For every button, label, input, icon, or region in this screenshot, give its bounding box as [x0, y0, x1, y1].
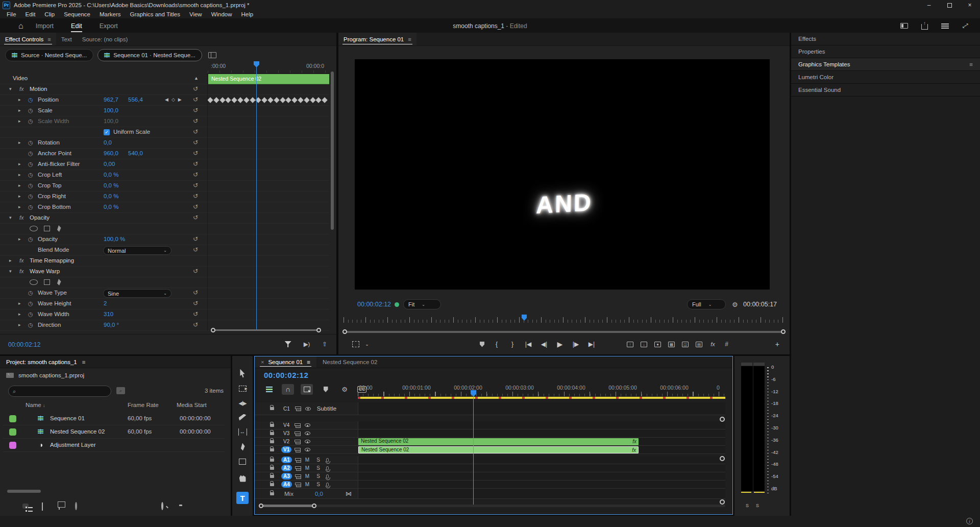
column-header-name[interactable]: Name ↓	[26, 402, 45, 408]
panel-header-properties[interactable]: Properties	[791, 45, 980, 58]
stopwatch-icon[interactable]: ◷	[28, 150, 33, 157]
nest-as-sequence-icon[interactable]	[263, 384, 275, 395]
lock-icon[interactable]	[270, 440, 274, 443]
freeform-view-icon[interactable]	[51, 503, 67, 509]
solo-left-button[interactable]: S	[746, 503, 749, 508]
timeline-clip[interactable]: Nested Sequence 02fx	[358, 446, 639, 453]
source-patch-icon[interactable]	[295, 440, 300, 444]
effect-controls-scrollbar[interactable]	[331, 71, 334, 230]
keyframe-icon[interactable]	[262, 97, 267, 103]
keyframe-icon[interactable]	[243, 97, 249, 103]
panel-menu-icon[interactable]: ≡	[82, 359, 86, 365]
breadcrumb[interactable]: smooth captions_1.prproj	[18, 372, 84, 378]
param-value[interactable]: 0,0 %	[104, 204, 118, 210]
mix-value[interactable]: 0,0	[315, 491, 323, 497]
panel-menu-icon[interactable]: ≡	[969, 61, 973, 67]
source-patch-icon[interactable]	[295, 458, 300, 462]
playback-resolution-dropdown[interactable]: Full⌄	[687, 299, 726, 309]
column-header-media-start[interactable]: Media Start	[177, 402, 207, 408]
effect-controls-mini-ruler[interactable]: :00:0000:00:0	[208, 61, 329, 74]
keyframe-icon[interactable]	[322, 97, 328, 103]
reset-icon[interactable]: ↺	[193, 321, 198, 328]
navigate-up-icon[interactable]	[6, 373, 14, 378]
audio-track-a2[interactable]: A2MS	[255, 464, 725, 472]
pen-tool[interactable]	[236, 441, 249, 453]
audio-track-a4[interactable]: A4MS	[255, 481, 725, 489]
reset-icon[interactable]: ↺	[193, 300, 198, 307]
menu-sequence[interactable]: Sequence	[59, 11, 95, 17]
track-resize-handle[interactable]	[720, 456, 725, 461]
solo-button[interactable]: S	[316, 465, 320, 471]
share-icon[interactable]	[921, 24, 928, 30]
chevron-right-icon[interactable]: ▸	[18, 108, 21, 113]
lock-icon[interactable]	[270, 492, 274, 495]
track-badge-a4[interactable]: A4	[281, 481, 292, 488]
reset-icon[interactable]: ↺	[193, 128, 198, 135]
ripple-edit-tool[interactable]: ◀|▶	[236, 397, 249, 409]
step-back-icon[interactable]: ◀|	[541, 341, 548, 348]
program-time-ruler[interactable]	[344, 315, 785, 323]
export-icon[interactable]: ⇧	[322, 341, 327, 348]
tab-effect-controls[interactable]: Effect Controls≡	[0, 33, 56, 45]
mark-in-icon[interactable]: {	[493, 341, 500, 348]
video-track-v4[interactable]: V4	[255, 421, 725, 429]
video-track-v2[interactable]: V2Nested Sequence 02fx	[255, 438, 725, 446]
chevron-right-icon[interactable]: ▸	[18, 183, 21, 188]
fx-badge-icon[interactable]: fx	[709, 342, 716, 347]
menu-help[interactable]: Help	[237, 11, 258, 17]
track-visibility-icon[interactable]	[305, 423, 310, 427]
reset-icon[interactable]: ↺	[193, 214, 198, 221]
track-visibility-icon[interactable]	[305, 448, 310, 451]
program-scrollbar[interactable]	[342, 329, 786, 334]
dropdown-wave-type[interactable]: Sine⌄	[103, 289, 172, 298]
chevron-right-icon[interactable]: ▸	[18, 97, 21, 102]
stopwatch-icon[interactable]: ◷	[28, 182, 33, 189]
add-marker-icon[interactable]	[480, 342, 484, 347]
ellipse-mask-icon[interactable]	[30, 226, 38, 231]
menu-clip[interactable]: Clip	[40, 11, 59, 17]
program-zoom-left-handle[interactable]	[342, 329, 347, 334]
chevron-down-icon[interactable]: ▾	[9, 215, 12, 220]
keyframe-icon[interactable]	[316, 97, 322, 103]
selection-tool[interactable]	[236, 367, 249, 379]
rectangle-mask-icon[interactable]	[44, 279, 50, 285]
keyframe-icon[interactable]	[208, 97, 213, 103]
slip-tool[interactable]: ↔	[236, 426, 249, 438]
keyframe-toggle-icon[interactable]: ⋈	[346, 490, 352, 497]
source-monitor-button[interactable]: Source · Nested Seque...	[5, 49, 93, 61]
chevron-right-icon[interactable]: ▸	[9, 258, 12, 263]
lock-icon[interactable]	[270, 448, 274, 451]
stopwatch-icon[interactable]: ◷	[28, 107, 33, 114]
add-marker-icon[interactable]	[320, 384, 332, 395]
keyframe-icon[interactable]	[310, 97, 315, 103]
step-forward-icon[interactable]: |▶	[572, 341, 579, 348]
param-value[interactable]: 0,0 %	[104, 172, 118, 178]
track-badge-v4[interactable]: V4	[281, 422, 291, 428]
lock-icon[interactable]	[270, 467, 274, 470]
dropdown-blend-mode[interactable]: Normal⌄	[103, 246, 172, 255]
safe-margins-icon[interactable]	[352, 341, 359, 347]
mute-button[interactable]: M	[305, 473, 309, 479]
param-value[interactable]: 0,0 %	[104, 182, 118, 188]
reset-icon[interactable]: ↺	[193, 289, 198, 296]
play-icon[interactable]: ▶	[556, 340, 564, 348]
label-color-swatch[interactable]	[9, 442, 16, 449]
zoom-out-icon[interactable]	[67, 503, 84, 509]
label-color-swatch[interactable]	[9, 415, 16, 422]
keyframe-icon[interactable]	[226, 97, 231, 103]
voiceover-record-icon[interactable]	[326, 474, 329, 478]
timeline-settings-wrench-icon[interactable]: ⚙	[338, 384, 351, 395]
menu-window[interactable]: Window	[207, 11, 237, 17]
item-name[interactable]: Nested Sequence 02	[50, 428, 105, 435]
chevron-right-icon[interactable]: ▸	[18, 322, 21, 327]
timeline-timecode[interactable]: 00:00:02:12	[264, 371, 308, 379]
comparison-view-icon[interactable]: ◫	[682, 342, 689, 347]
minimize-button[interactable]: –	[919, 0, 939, 10]
keyframe-icon[interactable]	[219, 97, 225, 103]
keyframe-icon[interactable]	[286, 97, 291, 103]
source-patch-icon[interactable]	[295, 466, 300, 470]
keyframe-icon[interactable]	[213, 97, 219, 103]
snap-icon[interactable]: ∩	[282, 384, 294, 395]
workspace-tab-export[interactable]: Export	[100, 19, 118, 33]
reset-icon[interactable]: ↺	[193, 85, 198, 92]
